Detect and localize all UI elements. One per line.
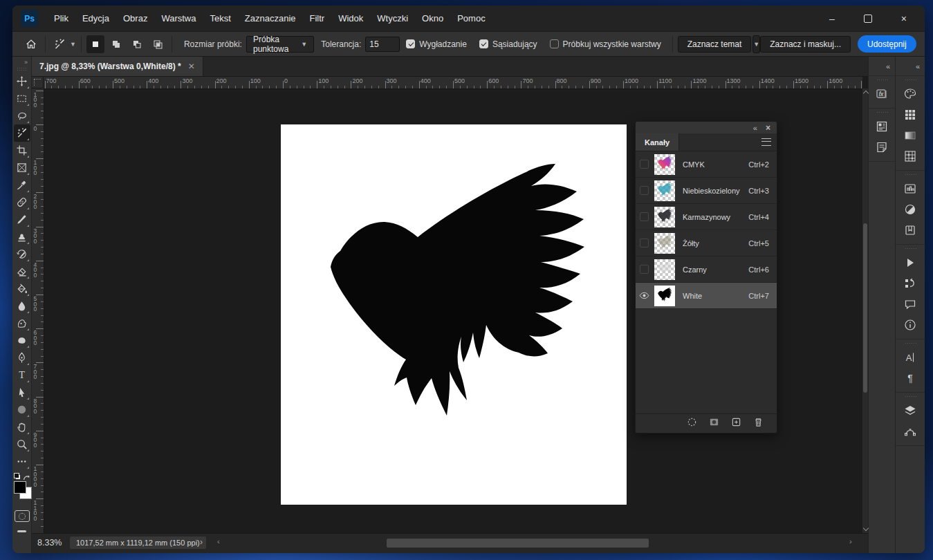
properties-panel-icon[interactable] — [873, 118, 891, 136]
dock-grip[interactable] — [905, 395, 916, 398]
photoshop-logo-icon[interactable]: Ps — [21, 10, 38, 27]
dock-grip[interactable] — [876, 79, 888, 82]
home-icon[interactable] — [22, 35, 40, 53]
menu-item-tekst[interactable]: Tekst — [203, 10, 237, 26]
channel-row[interactable]: White Ctrl+7 — [636, 283, 777, 309]
frame-tool[interactable] — [14, 159, 30, 176]
styles-panel-icon[interactable] — [901, 221, 919, 239]
select-and-mask-button[interactable]: Zaznacz i maskuj... — [760, 36, 851, 53]
paragraph-panel-icon[interactable]: ¶ — [901, 369, 919, 387]
document-tab[interactable]: 7.jpg @ 8,33% (Warstwa 0,White/8) * ✕ — [32, 57, 203, 76]
collapse-dock-icon[interactable]: « — [869, 57, 895, 76]
channel-row[interactable]: Karmazynowy Ctrl+4 — [636, 204, 777, 230]
gradients-panel-icon[interactable] — [901, 127, 919, 144]
libraries-panel-icon[interactable] — [901, 180, 919, 198]
channel-row[interactable]: Czarny Ctrl+6 — [636, 256, 777, 283]
menu-item-zaznaczanie[interactable]: Zaznaczanie — [239, 10, 302, 26]
brush-tool[interactable] — [14, 211, 30, 228]
vertical-scrollbar[interactable] — [862, 88, 868, 533]
channel-visibility-toggle[interactable] — [636, 160, 652, 169]
pasteboard[interactable]: « × Kanały CMYK Ctrl+2 Niebieskozielony — [44, 88, 862, 533]
maximize-button[interactable] — [864, 15, 872, 23]
status-options-chevron-icon[interactable]: › — [200, 537, 203, 547]
subtract-from-selection-icon[interactable] — [128, 35, 146, 53]
dock-grip[interactable] — [905, 248, 916, 250]
quick-mask-mode-icon[interactable] — [15, 510, 30, 522]
paint-bucket-tool[interactable] — [14, 280, 30, 297]
checkbox-icon[interactable] — [550, 39, 559, 48]
document-info[interactable]: 1017,52 mm x 1119,12 mm (150 ppi) — [70, 536, 206, 549]
menu-item-filtr[interactable]: Filtr — [304, 10, 331, 26]
save-selection-as-channel-icon[interactable] — [709, 417, 719, 430]
comments-panel-icon[interactable] — [901, 295, 919, 313]
patterns-panel-icon[interactable] — [901, 147, 919, 165]
history-brush-tool[interactable] — [14, 245, 30, 263]
add-to-selection-icon[interactable] — [107, 35, 125, 53]
menu-item-okno[interactable]: Okno — [416, 10, 450, 26]
menu-item-plik[interactable]: Plik — [48, 10, 75, 26]
foreground-color-swatch[interactable] — [14, 481, 26, 494]
toolbar-grip[interactable] — [17, 67, 27, 71]
visibility-well[interactable] — [640, 265, 649, 274]
visibility-well[interactable] — [640, 212, 649, 221]
delete-channel-icon[interactable] — [753, 417, 764, 430]
type-tool[interactable]: T — [14, 366, 30, 384]
channel-visibility-toggle[interactable] — [636, 212, 652, 221]
option-checkbox[interactable]: Sąsiadujący — [479, 39, 537, 49]
close-panel-icon[interactable]: × — [766, 124, 770, 131]
info-panel-icon[interactable] — [901, 316, 919, 334]
screen-mode-icon[interactable] — [17, 530, 26, 532]
channel-visibility-toggle[interactable] — [636, 239, 652, 248]
close-tab-icon[interactable]: ✕ — [188, 62, 195, 71]
tolerance-input[interactable] — [365, 37, 400, 52]
vertical-ruler[interactable]: 1 0 001 0 02 0 03 0 04 0 05 0 06 0 07 0 … — [32, 88, 44, 533]
channel-row[interactable]: CMYK Ctrl+2 — [636, 151, 777, 178]
menu-item-edycja[interactable]: Edycja — [76, 10, 116, 26]
dock-grip[interactable] — [905, 342, 916, 345]
ellipse-tool[interactable] — [14, 401, 30, 418]
paths-panel-icon[interactable] — [901, 422, 919, 440]
document-canvas[interactable] — [281, 124, 627, 505]
adjustments-panel-icon[interactable] — [901, 200, 919, 218]
history-panel-icon[interactable] — [901, 274, 919, 292]
burn-tool[interactable] — [14, 332, 30, 349]
zoom-level[interactable]: 8.33% — [37, 538, 62, 548]
checkbox-icon[interactable] — [406, 39, 415, 48]
horizontal-scrollbar-thumb[interactable] — [387, 539, 649, 548]
menu-item-warstwa[interactable]: Warstwa — [155, 10, 202, 26]
vertical-scrollbar-thumb[interactable] — [863, 223, 867, 393]
move-tool[interactable] — [14, 73, 30, 90]
ruler-origin-corner[interactable] — [32, 77, 44, 88]
pen-tool[interactable] — [14, 349, 30, 366]
magic-wand-preset-icon[interactable] — [50, 35, 68, 53]
sample-size-dropdown[interactable]: Próbka punktowa ▼ — [246, 36, 314, 53]
eraser-tool[interactable] — [14, 263, 30, 280]
dock-grip[interactable] — [876, 111, 888, 114]
expand-toolbar-icon[interactable]: » — [24, 57, 31, 66]
visibility-well[interactable] — [640, 160, 649, 169]
character-panel-icon[interactable]: A — [901, 348, 919, 366]
checkbox-icon[interactable] — [479, 39, 488, 48]
channel-visibility-toggle[interactable] — [636, 292, 652, 299]
swatches-panel-icon[interactable] — [901, 106, 919, 124]
dock-grip[interactable] — [905, 174, 916, 176]
select-subject-button[interactable]: Zaznacz temat — [678, 36, 752, 53]
chevron-down-icon[interactable]: ▼ — [70, 41, 76, 48]
hand-tool[interactable] — [14, 418, 30, 436]
scroll-up-icon[interactable] — [862, 91, 868, 96]
collapse-dock-icon[interactable]: « — [896, 57, 925, 76]
channel-visibility-toggle[interactable] — [636, 186, 652, 195]
visibility-well[interactable] — [640, 186, 649, 195]
scroll-down-icon[interactable] — [862, 525, 868, 531]
scroll-left-icon[interactable]: ‹ — [217, 537, 220, 545]
select-subject-chevron-icon[interactable]: ▼ — [752, 35, 760, 53]
actions-panel-icon[interactable] — [901, 254, 919, 272]
bell-icon[interactable] — [923, 35, 925, 53]
option-checkbox[interactable]: Próbkuj wszystkie warstwy — [550, 39, 661, 49]
visibility-well[interactable] — [640, 239, 649, 248]
new-selection-icon[interactable] — [86, 35, 104, 53]
share-button[interactable]: Udostępnij — [858, 35, 916, 53]
healing-brush-tool[interactable] — [14, 194, 30, 211]
panel-menu-icon[interactable] — [761, 138, 771, 146]
zoom-tool[interactable] — [14, 436, 30, 453]
